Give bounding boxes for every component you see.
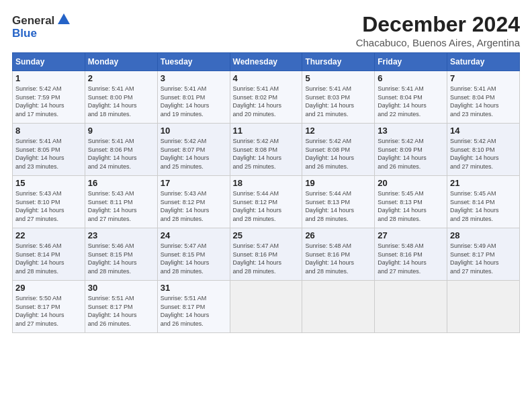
calendar-cell: 19Sunrise: 5:44 AM Sunset: 8:13 PM Dayli… <box>302 176 375 228</box>
day-number: 31 <box>161 283 227 293</box>
calendar-cell: 4Sunrise: 5:41 AM Sunset: 8:02 PM Daylig… <box>230 71 302 124</box>
day-number: 17 <box>161 178 227 188</box>
day-info: Sunrise: 5:51 AM Sunset: 8:17 PM Dayligh… <box>88 294 154 328</box>
calendar-table: SundayMondayTuesdayWednesdayThursdayFrid… <box>12 52 520 333</box>
day-info: Sunrise: 5:42 AM Sunset: 8:09 PM Dayligh… <box>378 137 444 171</box>
day-number: 30 <box>88 283 154 293</box>
calendar-week-4: 22Sunrise: 5:46 AM Sunset: 8:14 PM Dayli… <box>13 228 520 281</box>
header-row: SundayMondayTuesdayWednesdayThursdayFrid… <box>13 53 520 71</box>
calendar-cell <box>375 281 447 333</box>
day-info: Sunrise: 5:45 AM Sunset: 8:13 PM Dayligh… <box>378 189 444 223</box>
calendar-header: SundayMondayTuesdayWednesdayThursdayFrid… <box>13 53 520 71</box>
day-number: 19 <box>305 178 371 188</box>
title-block: December 2024 Chacabuco, Buenos Aires, A… <box>356 12 520 48</box>
day-number: 16 <box>88 178 154 188</box>
calendar-cell: 6Sunrise: 5:41 AM Sunset: 8:04 PM Daylig… <box>375 71 447 124</box>
calendar-cell: 14Sunrise: 5:42 AM Sunset: 8:10 PM Dayli… <box>447 124 520 176</box>
day-number: 20 <box>378 178 444 188</box>
header-day-thursday: Thursday <box>302 53 375 71</box>
day-info: Sunrise: 5:46 AM Sunset: 8:15 PM Dayligh… <box>88 242 154 275</box>
calendar-cell <box>230 281 302 333</box>
calendar-cell: 12Sunrise: 5:42 AM Sunset: 8:08 PM Dayli… <box>302 124 375 176</box>
day-info: Sunrise: 5:41 AM Sunset: 8:01 PM Dayligh… <box>161 85 227 118</box>
logo-general-text: General <box>12 14 54 28</box>
calendar-cell: 17Sunrise: 5:43 AM Sunset: 8:12 PM Dayli… <box>157 176 230 228</box>
day-number: 29 <box>15 283 82 293</box>
day-number: 6 <box>378 73 444 83</box>
day-info: Sunrise: 5:48 AM Sunset: 8:16 PM Dayligh… <box>378 242 444 275</box>
calendar-cell: 28Sunrise: 5:49 AM Sunset: 8:17 PM Dayli… <box>447 228 520 281</box>
calendar-cell: 22Sunrise: 5:46 AM Sunset: 8:14 PM Dayli… <box>13 228 85 281</box>
calendar-cell: 2Sunrise: 5:41 AM Sunset: 8:00 PM Daylig… <box>85 71 157 124</box>
header-day-sunday: Sunday <box>13 53 85 71</box>
day-number: 7 <box>450 73 517 83</box>
calendar-week-1: 1Sunrise: 5:42 AM Sunset: 7:59 PM Daylig… <box>13 71 520 124</box>
calendar-cell: 27Sunrise: 5:48 AM Sunset: 8:16 PM Dayli… <box>375 228 447 281</box>
day-info: Sunrise: 5:41 AM Sunset: 8:05 PM Dayligh… <box>15 137 82 171</box>
calendar-cell: 30Sunrise: 5:51 AM Sunset: 8:17 PM Dayli… <box>85 281 157 333</box>
main-title: December 2024 <box>356 12 520 37</box>
day-number: 12 <box>305 126 371 136</box>
day-info: Sunrise: 5:43 AM Sunset: 8:11 PM Dayligh… <box>88 189 154 223</box>
calendar-cell: 24Sunrise: 5:47 AM Sunset: 8:15 PM Dayli… <box>157 228 230 281</box>
calendar-cell: 26Sunrise: 5:48 AM Sunset: 8:16 PM Dayli… <box>302 228 375 281</box>
day-number: 28 <box>450 230 517 240</box>
calendar-cell: 13Sunrise: 5:42 AM Sunset: 8:09 PM Dayli… <box>375 124 447 176</box>
day-number: 25 <box>233 230 300 240</box>
header-day-saturday: Saturday <box>447 53 520 71</box>
header-day-wednesday: Wednesday <box>230 53 302 71</box>
day-info: Sunrise: 5:41 AM Sunset: 8:03 PM Dayligh… <box>305 85 371 118</box>
calendar-week-5: 29Sunrise: 5:50 AM Sunset: 8:17 PM Dayli… <box>13 281 520 333</box>
day-info: Sunrise: 5:47 AM Sunset: 8:16 PM Dayligh… <box>233 242 300 275</box>
logo: General Blue <box>12 12 71 40</box>
calendar-cell <box>447 281 520 333</box>
calendar-cell: 20Sunrise: 5:45 AM Sunset: 8:13 PM Dayli… <box>375 176 447 228</box>
calendar-cell: 8Sunrise: 5:41 AM Sunset: 8:05 PM Daylig… <box>13 124 85 176</box>
calendar-cell: 31Sunrise: 5:51 AM Sunset: 8:17 PM Dayli… <box>157 281 230 333</box>
day-info: Sunrise: 5:41 AM Sunset: 8:00 PM Dayligh… <box>88 85 154 118</box>
day-info: Sunrise: 5:42 AM Sunset: 8:07 PM Dayligh… <box>161 137 227 171</box>
day-number: 24 <box>161 230 227 240</box>
calendar-cell: 15Sunrise: 5:43 AM Sunset: 8:10 PM Dayli… <box>13 176 85 228</box>
day-info: Sunrise: 5:41 AM Sunset: 8:04 PM Dayligh… <box>378 85 444 118</box>
day-number: 4 <box>233 73 300 83</box>
calendar-cell: 10Sunrise: 5:42 AM Sunset: 8:07 PM Dayli… <box>157 124 230 176</box>
day-info: Sunrise: 5:50 AM Sunset: 8:17 PM Dayligh… <box>15 294 82 328</box>
day-number: 26 <box>305 230 371 240</box>
day-number: 18 <box>233 178 300 188</box>
day-number: 1 <box>15 73 82 83</box>
calendar-cell: 25Sunrise: 5:47 AM Sunset: 8:16 PM Dayli… <box>230 228 302 281</box>
calendar-week-2: 8Sunrise: 5:41 AM Sunset: 8:05 PM Daylig… <box>13 124 520 176</box>
day-info: Sunrise: 5:43 AM Sunset: 8:12 PM Dayligh… <box>161 189 227 223</box>
day-number: 11 <box>233 126 300 136</box>
page: General Blue December 2024 Chacabuco, Bu… <box>0 0 532 411</box>
header-day-tuesday: Tuesday <box>157 53 230 71</box>
day-number: 27 <box>378 230 444 240</box>
calendar-cell: 29Sunrise: 5:50 AM Sunset: 8:17 PM Dayli… <box>13 281 85 333</box>
calendar-cell: 9Sunrise: 5:41 AM Sunset: 8:06 PM Daylig… <box>85 124 157 176</box>
calendar-cell: 7Sunrise: 5:41 AM Sunset: 8:04 PM Daylig… <box>447 71 520 124</box>
day-info: Sunrise: 5:42 AM Sunset: 8:10 PM Dayligh… <box>450 137 517 171</box>
calendar-cell: 18Sunrise: 5:44 AM Sunset: 8:12 PM Dayli… <box>230 176 302 228</box>
day-info: Sunrise: 5:41 AM Sunset: 8:06 PM Dayligh… <box>88 137 154 171</box>
day-number: 10 <box>161 126 227 136</box>
day-info: Sunrise: 5:43 AM Sunset: 8:10 PM Dayligh… <box>15 189 82 223</box>
day-info: Sunrise: 5:48 AM Sunset: 8:16 PM Dayligh… <box>305 242 371 275</box>
day-info: Sunrise: 5:42 AM Sunset: 8:08 PM Dayligh… <box>305 137 371 171</box>
day-number: 13 <box>378 126 444 136</box>
day-info: Sunrise: 5:44 AM Sunset: 8:12 PM Dayligh… <box>233 189 300 223</box>
day-number: 3 <box>161 73 227 83</box>
day-number: 9 <box>88 126 154 136</box>
calendar-cell: 1Sunrise: 5:42 AM Sunset: 7:59 PM Daylig… <box>13 71 85 124</box>
header-day-monday: Monday <box>85 53 157 71</box>
day-info: Sunrise: 5:46 AM Sunset: 8:14 PM Dayligh… <box>15 242 82 275</box>
day-info: Sunrise: 5:41 AM Sunset: 8:04 PM Dayligh… <box>450 85 517 118</box>
day-info: Sunrise: 5:44 AM Sunset: 8:13 PM Dayligh… <box>305 189 371 223</box>
logo-blue-text: Blue <box>12 27 37 40</box>
day-info: Sunrise: 5:42 AM Sunset: 8:08 PM Dayligh… <box>233 137 300 171</box>
day-info: Sunrise: 5:49 AM Sunset: 8:17 PM Dayligh… <box>450 242 517 275</box>
subtitle: Chacabuco, Buenos Aires, Argentina <box>356 37 520 48</box>
day-info: Sunrise: 5:47 AM Sunset: 8:15 PM Dayligh… <box>161 242 227 275</box>
day-number: 14 <box>450 126 517 136</box>
day-info: Sunrise: 5:41 AM Sunset: 8:02 PM Dayligh… <box>233 85 300 118</box>
